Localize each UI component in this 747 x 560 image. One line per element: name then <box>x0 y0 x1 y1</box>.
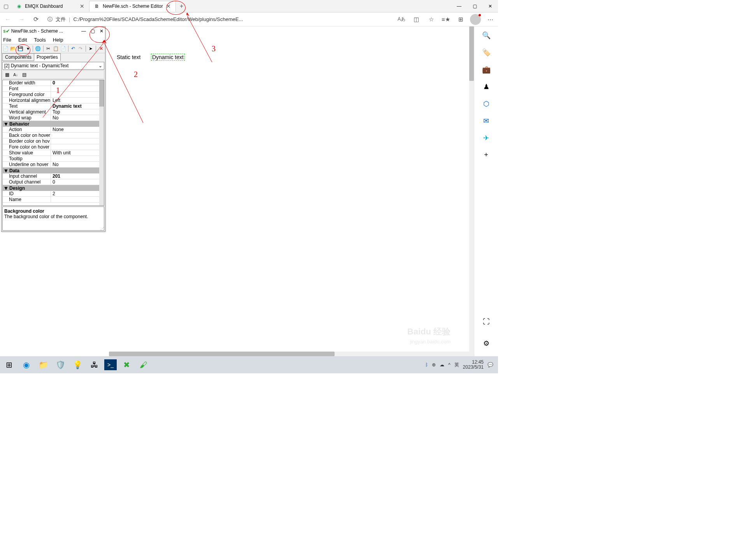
outlook-icon[interactable]: ✉ <box>483 117 489 125</box>
property-value[interactable]: With unit <box>51 150 99 156</box>
back-button[interactable]: ← <box>2 14 13 25</box>
add-icon[interactable]: + <box>484 151 488 159</box>
property-row[interactable]: Input channel201 <box>3 173 99 179</box>
close-icon[interactable]: ✕ <box>482 0 498 12</box>
undo-icon[interactable]: ↶ <box>70 45 77 52</box>
property-value[interactable]: 0 <box>51 179 99 185</box>
menu-edit[interactable]: Edit <box>18 37 27 43</box>
property-value[interactable] <box>51 197 99 202</box>
pointer-icon[interactable]: ➤ <box>88 45 94 52</box>
refresh-button[interactable]: ⟳ <box>30 14 41 25</box>
redo-icon[interactable]: ↷ <box>77 45 84 52</box>
vertical-scrollbar[interactable] <box>469 26 474 356</box>
favorites-icon[interactable]: ≡★ <box>440 14 451 25</box>
property-value[interactable] <box>51 156 99 161</box>
property-value[interactable]: None <box>51 127 99 132</box>
property-row[interactable]: Fore color on hover <box>3 144 99 150</box>
property-value[interactable] <box>51 138 99 144</box>
property-row[interactable]: Border width0 <box>3 80 99 86</box>
chevron-up-icon[interactable]: ^ <box>448 362 451 368</box>
menu-icon[interactable]: ⋯ <box>485 14 496 25</box>
static-text-label[interactable]: Static text <box>117 54 140 60</box>
paste-icon[interactable]: 📄 <box>60 45 67 52</box>
app-explorer[interactable]: 📁 <box>36 357 51 372</box>
maximize-icon[interactable]: ▢ <box>467 0 482 12</box>
property-row[interactable]: Underline on hoverNo <box>3 162 99 168</box>
app-vscode[interactable]: ✖ <box>119 357 134 372</box>
property-value[interactable]: Left <box>51 98 99 103</box>
tab-properties[interactable]: Properties <box>34 53 61 61</box>
app-terminal[interactable]: >_ <box>104 359 117 370</box>
close-icon[interactable]: ✕ <box>80 3 84 9</box>
property-value[interactable] <box>51 133 99 138</box>
copy-icon[interactable]: 📋 <box>53 45 59 52</box>
property-row[interactable]: Foreground color <box>3 92 99 98</box>
minimize-icon[interactable]: — <box>451 0 467 12</box>
menu-file[interactable]: File <box>3 37 11 43</box>
cut-icon[interactable]: ✂ <box>45 45 51 52</box>
object-selector[interactable]: [2] Dynamic text - DynamicText ⌄ <box>2 62 104 70</box>
property-row[interactable]: Horizontal alignmenLeft <box>3 98 99 103</box>
property-row[interactable]: Tooltip <box>3 156 99 162</box>
app-scheme[interactable]: 🖌 <box>136 357 151 372</box>
sort-icon[interactable]: A↓ <box>12 71 19 78</box>
property-value[interactable]: 0 <box>51 80 99 86</box>
property-row[interactable]: ID2 <box>3 191 99 197</box>
globe-icon[interactable]: 🌐 <box>35 45 41 52</box>
property-value[interactable]: 2 <box>51 191 99 196</box>
clock-date[interactable]: 2023/5/31 <box>463 365 484 370</box>
dynamic-text-label[interactable]: Dynamic text <box>151 54 185 61</box>
property-row[interactable]: Font <box>3 86 99 92</box>
property-value[interactable]: Top <box>51 109 99 115</box>
property-category[interactable]: Design <box>3 185 99 191</box>
collections-icon[interactable]: ⊞ <box>455 14 466 25</box>
property-row[interactable]: Output channel0 <box>3 179 99 185</box>
tray-icon[interactable]: ☁ <box>440 362 444 368</box>
star-icon[interactable]: ☆ <box>426 14 437 25</box>
app-shield[interactable]: 🛡️ <box>53 357 68 372</box>
app-bulb[interactable]: 💡 <box>70 357 85 372</box>
property-category[interactable]: Behavior <box>3 121 99 127</box>
url-field[interactable]: ⓘ 文件 | C:/Program%20Files/SCADA/ScadaSch… <box>44 16 393 23</box>
chess-icon[interactable]: ♟ <box>483 82 489 91</box>
property-row[interactable]: Word wrapNo <box>3 115 99 121</box>
scheme-canvas[interactable]: Static text Dynamic text <box>117 54 185 61</box>
property-row[interactable]: Vertical alignmentTop <box>3 109 99 115</box>
new-icon[interactable]: 📄 <box>2 45 9 52</box>
menu-tools[interactable]: Tools <box>34 37 46 43</box>
property-row[interactable]: TextDynamic text <box>3 103 99 109</box>
pages-icon[interactable]: ▤ <box>21 71 28 78</box>
browser-tab-emqx[interactable]: ◉ EMQX Dashboard ✕ <box>12 1 89 12</box>
property-row[interactable]: Back color on hover <box>3 133 99 138</box>
start-button[interactable]: ⊞ <box>2 357 16 372</box>
app-network[interactable]: 🖧 <box>87 357 102 372</box>
delete-icon[interactable]: ✕ <box>98 45 104 52</box>
property-value[interactable]: No <box>51 162 99 167</box>
snip-icon[interactable]: ⛶ <box>483 318 490 326</box>
property-row[interactable]: ActionNone <box>3 127 99 133</box>
resize-grip[interactable]: ⋰ <box>100 226 104 231</box>
property-row[interactable]: Name <box>3 197 99 203</box>
send-icon[interactable]: ✈ <box>483 134 489 142</box>
property-value[interactable] <box>51 144 99 150</box>
property-row[interactable]: Border color on hov <box>3 138 99 144</box>
ime-indicator[interactable]: 英 <box>454 362 459 368</box>
property-value[interactable]: No <box>51 115 99 121</box>
tag-icon[interactable]: 🏷️ <box>482 48 491 57</box>
app-edge[interactable]: ◉ <box>19 357 33 372</box>
property-value[interactable]: 201 <box>51 173 99 179</box>
briefcase-icon[interactable]: 💼 <box>482 65 491 74</box>
property-value[interactable]: Dynamic text <box>51 103 99 109</box>
split-icon[interactable]: ◫ <box>411 14 422 25</box>
forward-button[interactable]: → <box>16 14 27 25</box>
browser-tab-scheme[interactable]: 🗎 NewFile.sch - Scheme Editor ✕ <box>89 1 176 12</box>
reading-mode-icon[interactable]: Aあ <box>396 14 407 25</box>
notifications-icon[interactable]: 💬 <box>487 362 493 368</box>
tray-icon[interactable]: ⊕ <box>432 362 436 368</box>
property-category[interactable]: Data <box>3 168 99 173</box>
search-icon[interactable]: 🔍 <box>482 31 491 40</box>
horizontal-scrollbar[interactable] <box>109 352 469 356</box>
minimize-icon[interactable]: — <box>81 28 86 34</box>
avatar[interactable] <box>470 14 481 25</box>
bluetooth-icon[interactable]: ᛒ <box>425 362 428 368</box>
